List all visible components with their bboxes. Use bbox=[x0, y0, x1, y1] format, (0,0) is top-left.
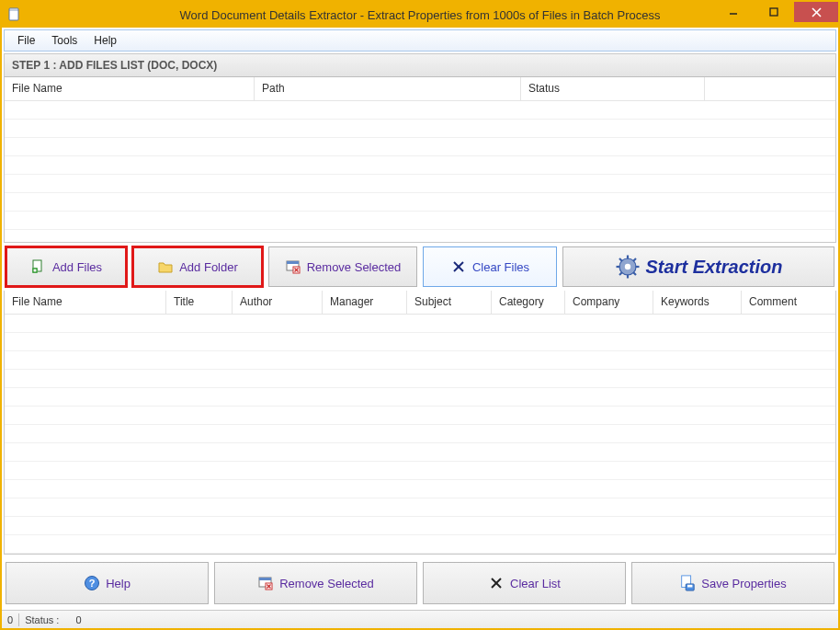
col-prop-manager[interactable]: Manager bbox=[323, 291, 407, 314]
menubar: File Tools Help bbox=[4, 29, 836, 52]
remove-icon bbox=[285, 258, 301, 275]
clear-icon bbox=[450, 258, 467, 275]
svg-line-24 bbox=[619, 272, 622, 275]
gear-icon bbox=[615, 254, 641, 280]
menu-help[interactable]: Help bbox=[86, 32, 124, 49]
col-status[interactable]: Status bbox=[521, 77, 705, 100]
remove-selected-button[interactable]: Remove Selected bbox=[268, 246, 417, 287]
menu-file[interactable]: File bbox=[10, 32, 42, 49]
folder-icon bbox=[157, 258, 174, 275]
svg-text:?: ? bbox=[89, 578, 96, 589]
files-grid-body[interactable] bbox=[5, 101, 835, 242]
properties-grid-body[interactable] bbox=[5, 315, 835, 554]
help-button[interactable]: ? Help bbox=[6, 562, 209, 604]
add-folder-button[interactable]: Add Folder bbox=[132, 246, 263, 287]
remove-selected-bottom-label: Remove Selected bbox=[279, 577, 374, 590]
add-files-button[interactable]: Add Files bbox=[6, 246, 127, 287]
properties-grid[interactable]: File Name Title Author Manager Subject C… bbox=[4, 291, 836, 555]
action-buttons-row: Add Files Add Folder bbox=[4, 243, 836, 291]
col-prop-comment[interactable]: Comment bbox=[742, 291, 835, 314]
col-path[interactable]: Path bbox=[255, 77, 521, 100]
svg-rect-29 bbox=[259, 578, 271, 580]
minimize-button[interactable] bbox=[713, 2, 754, 22]
clear-files-label: Clear Files bbox=[472, 260, 529, 274]
maximize-button[interactable] bbox=[754, 2, 794, 22]
svg-rect-10 bbox=[287, 261, 299, 264]
start-extraction-button[interactable]: Start Extraction bbox=[562, 246, 834, 287]
step-header: STEP 1 : ADD FILES LIST (DOC, DOCX) bbox=[4, 53, 836, 77]
bottom-buttons-row: ? Help Remove Selected bbox=[4, 558, 836, 610]
statusbar: 0 Status : 0 bbox=[2, 610, 838, 628]
svg-rect-2 bbox=[770, 8, 778, 16]
help-label: Help bbox=[106, 577, 131, 590]
col-prop-title[interactable]: Title bbox=[166, 291, 233, 314]
remove-selected-bottom-button[interactable]: Remove Selected bbox=[214, 562, 417, 604]
menu-tools[interactable]: Tools bbox=[44, 32, 85, 49]
svg-line-22 bbox=[619, 258, 622, 261]
window: Word Document Details Extractor - Extrac… bbox=[0, 0, 840, 630]
col-spacer bbox=[705, 77, 835, 100]
col-prop-keywords[interactable]: Keywords bbox=[653, 291, 742, 314]
files-grid[interactable]: File Name Path Status bbox=[4, 77, 836, 243]
close-button[interactable] bbox=[794, 2, 838, 22]
col-prop-filename[interactable]: File Name bbox=[5, 291, 166, 314]
start-extraction-label: Start Extraction bbox=[646, 257, 783, 278]
svg-line-23 bbox=[633, 272, 636, 275]
col-prop-subject[interactable]: Subject bbox=[407, 291, 492, 314]
add-folder-label: Add Folder bbox=[179, 260, 238, 274]
svg-point-17 bbox=[624, 264, 630, 269]
status-value: 0 bbox=[76, 614, 82, 625]
remove-icon bbox=[257, 575, 274, 591]
save-properties-label: Save Properties bbox=[701, 577, 787, 590]
clear-icon bbox=[488, 575, 505, 591]
add-files-icon bbox=[30, 258, 47, 275]
col-prop-company[interactable]: Company bbox=[565, 291, 653, 314]
status-label: Status : bbox=[25, 614, 59, 625]
svg-rect-37 bbox=[687, 585, 692, 588]
save-properties-button[interactable]: Save Properties bbox=[631, 562, 834, 604]
col-filename[interactable]: File Name bbox=[5, 77, 255, 100]
status-left-number: 0 bbox=[7, 614, 13, 625]
files-grid-header: File Name Path Status bbox=[5, 77, 835, 101]
col-prop-author[interactable]: Author bbox=[233, 291, 323, 314]
titlebar: Word Document Details Extractor - Extrac… bbox=[2, 2, 838, 28]
window-controls bbox=[713, 2, 838, 22]
col-prop-category[interactable]: Category bbox=[492, 291, 565, 314]
save-icon bbox=[679, 575, 696, 591]
app-icon bbox=[7, 7, 22, 22]
remove-selected-label: Remove Selected bbox=[307, 260, 402, 274]
help-icon: ? bbox=[84, 575, 100, 591]
clear-files-button[interactable]: Clear Files bbox=[423, 246, 557, 287]
clear-list-button[interactable]: Clear List bbox=[423, 562, 626, 604]
properties-grid-header: File Name Title Author Manager Subject C… bbox=[5, 291, 835, 315]
statusbar-separator bbox=[18, 613, 19, 626]
svg-line-25 bbox=[633, 258, 636, 261]
add-files-label: Add Files bbox=[52, 260, 102, 274]
clear-list-label: Clear List bbox=[510, 577, 561, 590]
